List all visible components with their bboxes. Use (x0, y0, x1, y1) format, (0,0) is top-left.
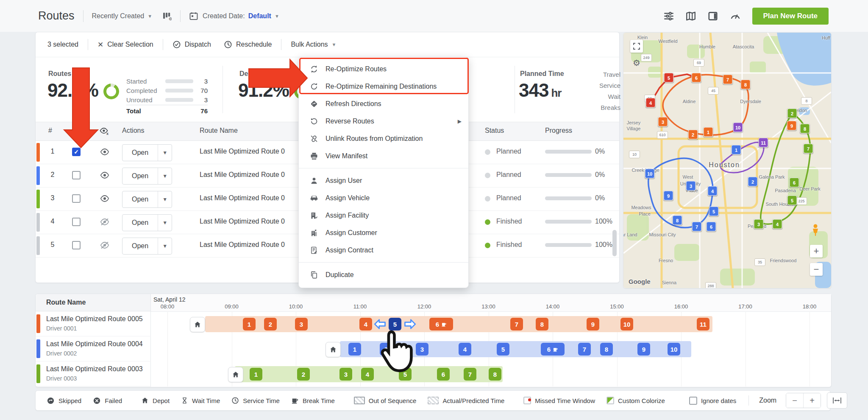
map-stop-marker[interactable]: 6 (692, 73, 701, 83)
map-stop-marker[interactable]: 3 (686, 181, 696, 191)
ignore-dates-checkbox[interactable] (689, 397, 697, 405)
open-route-button[interactable]: Open▼ (122, 238, 172, 255)
gantt-route-label[interactable]: Last Mile Optimized Route 0005Driver 000… (36, 311, 151, 336)
ignore-dates-toggle[interactable]: Ignore dates (689, 397, 736, 405)
depot-home-marker[interactable] (326, 342, 341, 357)
map-stop-marker[interactable]: 7 (804, 144, 813, 154)
gantt-stop[interactable]: 1 (348, 343, 361, 356)
map-stop-marker[interactable]: 6 (790, 178, 799, 188)
gantt-stop[interactable]: 3 (339, 368, 352, 381)
menu-item-re-optimize-routes[interactable]: Re-Optimize Routes (299, 60, 468, 78)
gantt-stop[interactable]: 4 (459, 343, 471, 356)
menu-item-duplicate[interactable]: Duplicate (299, 266, 468, 283)
bulk-actions-button[interactable]: Bulk Actions ▼ (291, 41, 336, 48)
map-fullscreen-button[interactable] (630, 40, 643, 53)
route-name[interactable]: Last Mile Optimized Route 0 (200, 148, 285, 155)
gantt-stop[interactable]: 1 (250, 368, 262, 381)
map-stop-marker[interactable]: 4 (773, 219, 782, 229)
gantt-stop[interactable]: 7 (510, 318, 523, 330)
row-checkbox[interactable] (72, 241, 81, 249)
eye-off-icon[interactable] (100, 218, 109, 226)
eye-off-icon[interactable] (100, 241, 109, 249)
gantt-stop[interactable]: 10 (620, 318, 633, 330)
gantt-stop[interactable]: 8 (600, 343, 613, 356)
gantt-stop[interactable]: 2 (297, 368, 310, 381)
route-name[interactable]: Last Mile Optimized Route 0 (200, 241, 285, 249)
sort-dropdown[interactable]: Recently Created ▼ (92, 12, 153, 20)
menu-item-refresh-directions[interactable]: Refresh Directions (299, 95, 468, 112)
gantt-stop[interactable]: 11 (697, 318, 709, 330)
map-stop-marker[interactable]: 8 (741, 80, 751, 90)
row-checkbox[interactable] (72, 194, 81, 203)
gantt-stop[interactable]: 10 (668, 343, 680, 356)
menu-item-assign-user[interactable]: Assign User (299, 172, 468, 189)
gantt-route-track[interactable] (205, 316, 712, 332)
gantt-stop[interactable]: 6 (429, 318, 453, 330)
menu-item-unlink-routes-from-optimization[interactable]: Unlink Routes from Optimization (299, 130, 468, 147)
map-stop-marker[interactable]: 6 (707, 222, 716, 232)
route-name[interactable]: Last Mile Optimized Route 0 (200, 218, 285, 225)
plan-new-route-button[interactable]: Plan New Route (752, 8, 829, 25)
gantt-stop[interactable]: 8 (489, 368, 501, 381)
eye-icon[interactable] (100, 171, 109, 179)
open-route-button[interactable]: Open▼ (122, 191, 172, 208)
row-checkbox[interactable] (72, 171, 81, 179)
map-zoom-out-button[interactable]: − (810, 263, 823, 276)
route-name[interactable]: Last Mile Optimized Route 0 (200, 194, 285, 202)
map-zoom-in-button[interactable]: + (810, 245, 823, 258)
menu-item-assign-facility[interactable]: Assign Facility (299, 207, 468, 224)
dashboard-gauge-icon[interactable] (729, 10, 741, 22)
menu-item-re-optimize-remaining-destinations[interactable]: Re-Optimize Remaining Destinations (299, 78, 468, 95)
visibility-header-icon[interactable]: x (99, 127, 109, 135)
map-stop-marker[interactable]: 10 (645, 169, 655, 179)
open-route-button[interactable]: Open▼ (122, 168, 172, 185)
menu-item-assign-contract[interactable]: Assign Contract (299, 241, 468, 259)
map-stop-marker[interactable]: 4 (708, 186, 718, 196)
clear-selection-button[interactable]: ✕ Clear Selection (97, 40, 153, 49)
side-panel-icon[interactable] (707, 11, 718, 22)
map-stop-marker[interactable]: 8 (673, 216, 682, 225)
row-checkbox[interactable]: ✓ (72, 148, 81, 156)
map-stop-marker[interactable]: 5 (787, 196, 797, 205)
map-stop-marker[interactable]: 7 (692, 222, 702, 232)
reschedule-button[interactable]: Reschedule (224, 40, 272, 49)
menu-item-assign-customer[interactable]: Assign Customer (299, 224, 468, 241)
menu-item-view-manifest[interactable]: View Manifest (299, 147, 468, 165)
map-stop-marker[interactable]: 10 (733, 123, 743, 132)
depot-home-marker[interactable] (190, 317, 205, 332)
map-stop-marker[interactable]: 11 (759, 138, 768, 148)
map-stop-marker[interactable]: 3 (754, 219, 764, 229)
row-checkbox[interactable] (72, 218, 81, 226)
gantt-stop[interactable]: 3 (295, 318, 308, 330)
menu-item-assign-vehicle[interactable]: Assign Vehicle (299, 189, 468, 207)
map-stop-marker[interactable]: 7 (723, 75, 733, 84)
eye-icon[interactable] (100, 148, 109, 156)
gantt-stop[interactable]: 7 (578, 343, 591, 356)
gantt-stop[interactable]: 5 (497, 343, 509, 356)
map-stop-marker[interactable]: 3 (658, 117, 668, 127)
map-stop-marker[interactable]: 9 (664, 191, 673, 201)
gantt-stop[interactable]: 7 (464, 368, 476, 381)
map-view-icon[interactable] (685, 11, 696, 22)
depot-home-marker[interactable] (228, 367, 243, 382)
open-route-button[interactable]: Open▼ (122, 214, 172, 231)
map-stop-marker[interactable]: 2 (688, 130, 698, 140)
open-route-button[interactable]: Open▼ (122, 144, 172, 161)
route-name[interactable]: Last Mile Optimized Route 0 (200, 171, 285, 179)
eye-icon[interactable] (100, 195, 109, 202)
street-view-pegman[interactable] (811, 224, 820, 236)
filters-icon[interactable] (663, 11, 674, 22)
gantt-route-label[interactable]: Last Mile Optimized Route 0003Driver 000… (36, 361, 151, 386)
map-stop-marker[interactable]: 2 (748, 177, 758, 187)
gantt-stop[interactable]: 8 (536, 318, 548, 330)
map-stop-marker[interactable]: 5 (709, 207, 719, 216)
gantt-stop[interactable]: 6 (541, 343, 565, 356)
gantt-stop[interactable]: 1 (243, 318, 256, 330)
zoom-out-button[interactable]: − (786, 393, 803, 408)
map-settings-gear-icon[interactable]: ⚙ (630, 56, 643, 69)
columns-settings-icon[interactable]: ⚙ (161, 11, 172, 21)
map-stop-marker[interactable]: 1 (704, 127, 713, 137)
map-stop-marker[interactable]: 8 (800, 124, 810, 134)
gantt-stop[interactable]: 6 (437, 368, 450, 381)
zoom-in-button[interactable]: + (803, 393, 821, 408)
